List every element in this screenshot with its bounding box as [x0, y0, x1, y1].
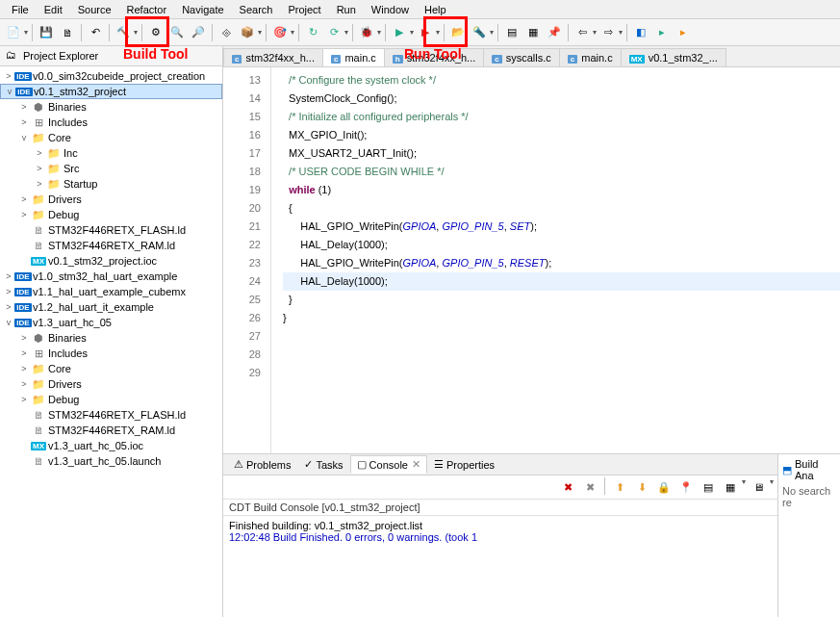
tree-toggle-icon[interactable]: > — [19, 348, 29, 358]
plugin1-button[interactable]: ◧ — [631, 23, 650, 42]
menu-help[interactable]: Help — [417, 2, 454, 17]
console-tab-tasks[interactable]: ✓Tasks — [297, 455, 349, 474]
back-button[interactable]: ⇦ — [573, 23, 592, 42]
tree-toggle-icon[interactable]: > — [35, 164, 44, 173]
console-clear-icon[interactable]: ✖ — [580, 477, 599, 497]
tree-item[interactable]: MXv0.1_stm32_project.ioc — [0, 253, 222, 269]
menu-refactor[interactable]: Refactor — [119, 2, 175, 17]
console-tab-console[interactable]: ▢Console ✕ — [350, 455, 427, 474]
console-tab-properties[interactable]: ☰Properties — [427, 455, 501, 474]
tree-item[interactable]: >📁Drivers — [0, 192, 222, 207]
menu-window[interactable]: Window — [364, 2, 417, 17]
menu-source[interactable]: Source — [70, 2, 119, 17]
console-open-icon[interactable]: ▦ — [721, 477, 740, 497]
tree-item[interactable]: >📁Drivers — [0, 376, 222, 392]
outline-button[interactable]: ▤ — [502, 23, 522, 42]
tree-item[interactable]: >IDEv1.2_hal_uart_it_example — [0, 299, 222, 315]
tree-item[interactable]: >⬢Binaries — [0, 99, 222, 115]
menu-search[interactable]: Search — [232, 2, 281, 17]
console-wrap-icon[interactable]: ▤ — [699, 477, 718, 497]
tree-toggle-icon[interactable]: > — [4, 71, 13, 81]
tree-item[interactable]: v📁Core — [0, 130, 222, 145]
menu-file[interactable]: File — [4, 2, 37, 17]
search-button[interactable]: 🔦 — [470, 23, 489, 42]
tree-toggle-icon[interactable]: > — [4, 287, 13, 296]
console-display-icon[interactable]: 🖥 — [749, 477, 768, 497]
target-button[interactable]: 🎯 — [270, 23, 290, 42]
tree-item[interactable]: >⊞Includes — [0, 115, 222, 130]
tree-toggle-icon[interactable]: > — [19, 379, 29, 389]
zoom-out-icon[interactable]: 🔎 — [189, 23, 208, 42]
tree-item[interactable]: 🗎STM32F446RETX_RAM.ld — [0, 423, 222, 438]
tree-item[interactable]: vIDEv1.3_uart_hc_05 — [0, 315, 222, 330]
tree-item[interactable]: 🗎v1.3_uart_hc_05.launch — [0, 453, 222, 469]
menu-edit[interactable]: Edit — [37, 2, 70, 17]
tree-item[interactable]: >IDEv1.0_stm32_hal_uart_example — [0, 269, 222, 284]
build-button[interactable]: 🔨 — [114, 23, 133, 42]
package-button[interactable]: 📦 — [238, 23, 257, 42]
open-folder-button[interactable]: 📂 — [448, 23, 468, 42]
run-button[interactable]: ▶ — [390, 23, 409, 42]
tree-item[interactable]: >IDEv0.0_sim32cubeide_project_creation — [0, 68, 222, 84]
tree-toggle-icon[interactable]: > — [4, 302, 13, 312]
tree-item[interactable]: 🗎STM32F446RETX_FLASH.ld — [0, 222, 222, 238]
undo-button[interactable]: ↶ — [86, 23, 105, 42]
tree-toggle-icon[interactable]: > — [19, 117, 29, 127]
console-tab-problems[interactable]: ⚠Problems — [227, 455, 297, 474]
tree-item[interactable]: >⊞Includes — [0, 346, 222, 361]
menu-navigate[interactable]: Navigate — [174, 2, 231, 17]
plugin3-button[interactable]: ▸ — [674, 23, 693, 42]
tree-toggle-icon[interactable]: > — [35, 179, 44, 189]
tree-item[interactable]: >📁Startup — [0, 176, 222, 192]
tree-item[interactable]: >📁Src — [0, 161, 222, 176]
pin-button[interactable]: 📌 — [545, 23, 564, 42]
forward-button[interactable]: ⇨ — [598, 23, 618, 42]
menu-run[interactable]: Run — [329, 2, 364, 17]
tree-item[interactable]: >📁Inc — [0, 145, 222, 161]
console-output[interactable]: Finished building: v0.1_stm32_project.li… — [223, 516, 777, 617]
tree-toggle-icon[interactable]: > — [19, 395, 29, 404]
console-pin-icon[interactable]: 📍 — [676, 477, 696, 497]
project-tree[interactable]: >IDEv0.0_sim32cubeide_project_creationvI… — [0, 66, 222, 617]
ext-tools-button[interactable]: ▶ — [416, 23, 435, 42]
tree-toggle-icon[interactable]: v — [19, 133, 29, 142]
editor-tab[interactable]: MXv0.1_stm32_... — [621, 48, 726, 66]
zoom-in-icon[interactable]: 🔍 — [167, 23, 187, 42]
tree-toggle-icon[interactable]: > — [4, 271, 13, 281]
plugin2-button[interactable]: ▸ — [652, 23, 672, 42]
tree-item[interactable]: >IDEv1.1_hal_uart_example_cubemx — [0, 284, 222, 299]
tree-toggle-icon[interactable]: > — [19, 364, 29, 373]
editor-tab[interactable]: hstm32f4xx_h... — [384, 48, 484, 66]
editor-tab[interactable]: csyscalls.c — [483, 48, 560, 66]
tree-item[interactable]: >📁Debug — [0, 392, 222, 407]
tree-toggle-icon[interactable]: > — [19, 333, 29, 343]
save-button[interactable]: 💾 — [37, 23, 56, 42]
console-stop-icon[interactable]: ✖ — [558, 477, 577, 497]
menu-project[interactable]: Project — [280, 2, 328, 17]
console-down-icon[interactable]: ⬇ — [632, 477, 651, 497]
close-icon[interactable]: ✕ — [412, 458, 420, 471]
refresh-button[interactable]: ↻ — [303, 23, 322, 42]
debug-button[interactable]: 🐞 — [357, 23, 376, 42]
save-all-button[interactable]: 🗎 — [58, 23, 77, 42]
new-button[interactable]: 📄 — [4, 23, 23, 42]
tree-item[interactable]: vIDEv0.1_stm32_project — [0, 84, 222, 99]
refresh-all-button[interactable]: ⟳ — [324, 23, 344, 42]
editor-tab[interactable]: cmain.c — [322, 48, 385, 66]
tree-item[interactable]: >📁Core — [0, 361, 222, 376]
filter-button[interactable]: 🞜 — [216, 23, 236, 42]
tree-toggle-icon[interactable]: v — [5, 87, 14, 96]
tree-item[interactable]: >📁Debug — [0, 207, 222, 222]
tree-toggle-icon[interactable]: > — [19, 210, 29, 219]
editor-tab[interactable]: cmain.c — [559, 48, 622, 66]
tree-toggle-icon[interactable]: > — [19, 194, 29, 204]
tree-item[interactable]: MXv1.3_uart_hc_05.ioc — [0, 438, 222, 453]
config-button[interactable]: ⚙ — [146, 23, 165, 42]
tree-item[interactable]: 🗎STM32F446RETX_FLASH.ld — [0, 407, 222, 423]
code-text[interactable]: /* Configure the system clock */ SystemC… — [271, 67, 840, 453]
tree-item[interactable]: >⬢Binaries — [0, 330, 222, 346]
tree-toggle-icon[interactable]: > — [19, 102, 29, 112]
editor-tab[interactable]: cstm32f4xx_h... — [223, 48, 323, 66]
console-lock-icon[interactable]: 🔒 — [654, 477, 674, 497]
tree-toggle-icon[interactable]: > — [35, 148, 44, 158]
